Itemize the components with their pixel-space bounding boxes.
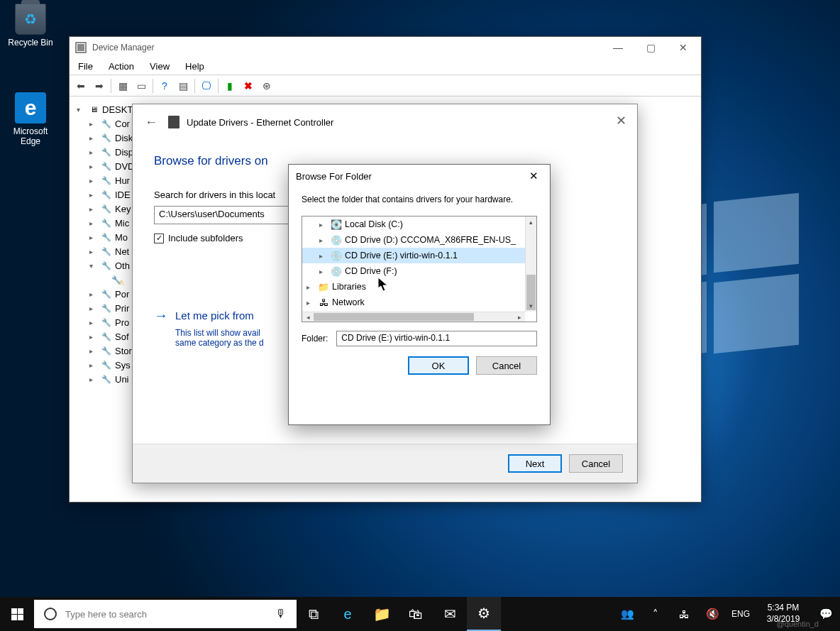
maximize-button[interactable]: ▢ [634, 38, 667, 57]
taskbar-app-explorer[interactable]: 📁 [365, 597, 399, 631]
network-icon[interactable]: 🖧 [670, 597, 698, 631]
dialog-title: Browse For Folder [296, 171, 372, 182]
desktop-icon-label: Recycle Bin [4, 38, 57, 48]
next-button[interactable]: Next [508, 454, 562, 473]
dialog-message: Select the folder that contains drivers … [289, 187, 550, 210]
start-button[interactable] [0, 597, 34, 631]
cancel-button[interactable]: Cancel [569, 454, 623, 473]
cortana-icon [44, 608, 57, 620]
folder-tree-item[interactable]: ▸🖧Network [302, 295, 525, 310]
properties-icon[interactable]: ▭ [133, 77, 150, 94]
scan-hardware-icon[interactable]: ⊛ [258, 77, 275, 94]
scroll-up-icon[interactable]: ▴ [526, 216, 536, 228]
menu-action[interactable]: Action [106, 60, 137, 73]
show-tree-icon[interactable]: ▦ [114, 77, 131, 94]
taskbar-search[interactable]: Type here to search 🎙 [34, 600, 297, 628]
scroll-right-icon[interactable]: ▸ [514, 312, 525, 322]
folder-tree-item[interactable]: ▸💿CD Drive (D:) CCCOMA_X86FRE_EN-US_ [302, 232, 525, 248]
browse-for-folder-dialog: Browse For Folder ✕ Select the folder th… [288, 164, 551, 425]
enable-device-icon[interactable]: ▮ [221, 77, 238, 94]
window-title: Device Manager [92, 43, 154, 53]
update-driver-icon[interactable]: 🖵 [198, 77, 215, 94]
minimize-button[interactable]: — [602, 38, 634, 57]
arrow-right-icon: → [154, 307, 168, 324]
help-icon[interactable]: ? [156, 77, 173, 94]
device-icon [168, 116, 179, 128]
wizard-title: Update Drivers - Ethernet Controller [187, 117, 333, 128]
wizard-footer: Next Cancel [133, 444, 637, 483]
horizontal-scrollbar[interactable]: ◂ ▸ [302, 312, 525, 322]
windows-logo-icon [11, 608, 23, 620]
folder-tree-item[interactable]: ▸💿CD Drive (F:) [302, 263, 525, 279]
scroll-thumb[interactable] [314, 313, 474, 321]
edge-icon: e [15, 92, 46, 124]
menu-bar: File Action View Help [70, 58, 701, 75]
taskbar-app-device-manager[interactable]: ⚙ [467, 597, 501, 631]
folder-tree-item[interactable]: ▸💿CD Drive (E:) virtio-win-0.1.1 [302, 248, 525, 263]
folder-tree-item[interactable]: ▸💽Local Disk (C:) [302, 216, 525, 232]
search-placeholder: Type here to search [65, 609, 267, 620]
toolbar: ⬅ ➡ ▦ ▭ ? ▤ 🖵 ▮ ✖ ⊛ [70, 75, 701, 97]
taskbar-app-mail[interactable]: ✉ [433, 597, 467, 631]
ok-button[interactable]: OK [408, 356, 469, 375]
recycle-bin-icon [15, 4, 46, 35]
taskbar: Type here to search 🎙 ⧉ e 📁 🛍 ✉ ⚙ 👥 ˄ 🖧 … [0, 597, 840, 631]
folder-tree[interactable]: ▸💽Local Disk (C:)▸💿CD Drive (D:) CCCOMA_… [302, 216, 537, 322]
close-icon[interactable]: ✕ [610, 110, 631, 131]
uninstall-device-icon[interactable]: ✖ [240, 77, 257, 94]
close-icon[interactable]: ✕ [524, 167, 543, 185]
people-icon[interactable]: 👥 [613, 597, 641, 631]
back-button[interactable]: ← [141, 112, 161, 132]
menu-help[interactable]: Help [182, 60, 207, 73]
folder-tree-item[interactable]: ▸📁Libraries [302, 279, 525, 295]
taskbar-app-edge[interactable]: e [331, 597, 365, 631]
vertical-scrollbar[interactable]: ▴ ▾ [525, 216, 536, 312]
cancel-button[interactable]: Cancel [476, 356, 537, 375]
folder-label: Folder: [302, 334, 328, 344]
taskbar-app-store[interactable]: 🛍 [399, 597, 433, 631]
scroll-down-icon[interactable]: ▾ [526, 300, 536, 312]
titlebar[interactable]: Device Manager — ▢ ✕ [70, 37, 701, 58]
include-subfolders-label: Include subfolders [168, 233, 243, 243]
desktop-icon-recycle-bin[interactable]: Recycle Bin [4, 4, 57, 48]
include-subfolders-checkbox[interactable]: ✓ [154, 234, 164, 243]
app-icon [75, 42, 87, 53]
task-view-button[interactable]: ⧉ [297, 597, 331, 631]
close-button[interactable]: ✕ [667, 38, 700, 57]
volume-muted-icon[interactable]: 🔇 [698, 597, 726, 631]
watermark: @quentin_d [777, 620, 819, 628]
desktop-icon-label: Microsoft Edge [4, 126, 57, 146]
scan-icon[interactable]: ▤ [175, 77, 192, 94]
menu-view[interactable]: View [147, 60, 172, 73]
nav-forward-icon[interactable]: ➡ [91, 77, 108, 94]
tray-chevron-up-icon[interactable]: ˄ [641, 597, 670, 631]
folder-name-input[interactable]: CD Drive (E:) virtio-win-0.1.1 [336, 331, 537, 346]
menu-file[interactable]: File [75, 60, 96, 73]
scroll-left-icon[interactable]: ◂ [302, 312, 314, 322]
desktop-icon-edge[interactable]: e Microsoft Edge [4, 92, 57, 146]
nav-back-icon[interactable]: ⬅ [72, 77, 89, 94]
microphone-icon[interactable]: 🎙 [275, 608, 287, 620]
language-indicator[interactable]: ENG [726, 609, 755, 619]
